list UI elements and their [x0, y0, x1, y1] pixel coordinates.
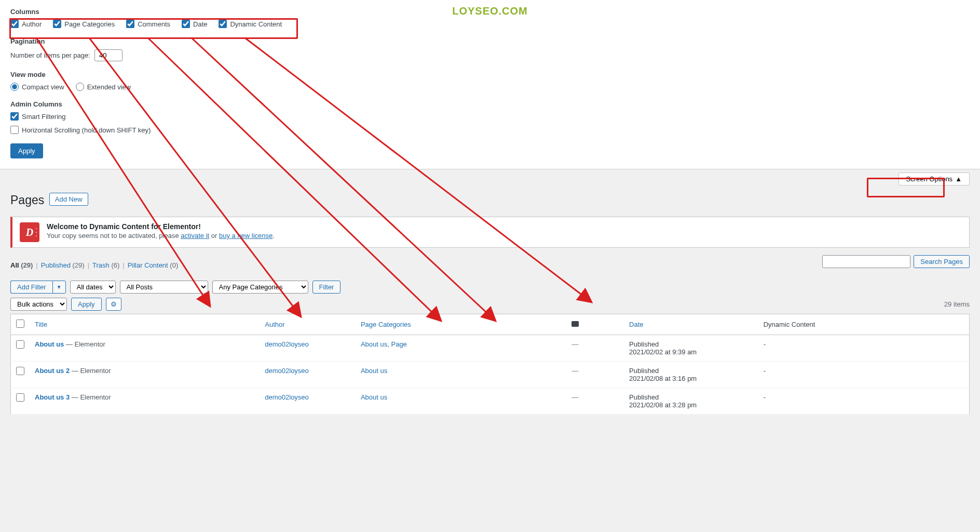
- page-title-link[interactable]: About us: [35, 340, 64, 348]
- radio-compact[interactable]: [10, 83, 19, 91]
- admin-columns-legend: Admin Columns: [10, 100, 62, 108]
- date-status: Published: [629, 340, 753, 348]
- bulk-apply-button[interactable]: Apply: [71, 298, 102, 311]
- date-value: 2021/02/02 at 9:39 am: [629, 348, 697, 356]
- screen-meta-links: Screen Options ▲: [0, 169, 980, 189]
- page-title-link[interactable]: About us 2: [35, 367, 70, 375]
- smart-filtering-check[interactable]: Smart Filtering: [10, 112, 970, 121]
- search-box: Search Pages: [822, 255, 970, 268]
- view-compact[interactable]: Compact view: [10, 83, 64, 91]
- row-checkbox[interactable]: [16, 340, 24, 349]
- buy-license-link[interactable]: buy a new license: [219, 232, 273, 240]
- column-settings-button[interactable]: ⚙: [106, 298, 121, 311]
- filter-all[interactable]: All (29): [10, 261, 33, 269]
- page-title-link[interactable]: About us 3: [35, 393, 70, 401]
- header-categories[interactable]: Page Categories: [361, 321, 411, 328]
- pagination-fieldset: Pagination Number of items per page:: [10, 37, 970, 61]
- title-suffix: — Elementor: [64, 340, 105, 348]
- status-filter-links: All (29) Published (29) Trash (6) Pillar…: [10, 261, 184, 269]
- per-page-label: Number of items per page:: [10, 51, 90, 59]
- notice-message: Your copy seems not to be activated, ple…: [47, 232, 275, 240]
- table-row: About us — Elementordemo02loyseoAbout us…: [11, 335, 970, 362]
- checkbox-smart-filtering[interactable]: [10, 112, 19, 121]
- screen-options-panel: Columns Author Page Categories Comments …: [0, 0, 980, 169]
- checkbox-dynamic-content[interactable]: [219, 20, 227, 28]
- columns-legend: Columns: [10, 8, 39, 16]
- add-filter-group: Add Filter ▼: [10, 281, 66, 294]
- title-suffix: — Elementor: [70, 393, 111, 401]
- row-checkbox[interactable]: [16, 367, 24, 375]
- view-mode-legend: View mode: [10, 71, 46, 78]
- radio-extended[interactable]: [76, 83, 84, 91]
- column-check-comments[interactable]: Comments: [126, 20, 170, 28]
- comments-dash: —: [571, 340, 578, 348]
- add-filter-dropdown-button[interactable]: ▼: [52, 281, 66, 294]
- header-author[interactable]: Author: [265, 321, 284, 328]
- column-check-author[interactable]: Author: [10, 20, 42, 28]
- main-wrap: Pages Add New D Welcome to Dynamic Conte…: [0, 189, 980, 415]
- checkbox-horiz-scroll[interactable]: [10, 126, 19, 134]
- checkbox-author[interactable]: [10, 20, 19, 28]
- comments-dash: —: [571, 393, 578, 401]
- chevron-up-icon: ▲: [955, 175, 962, 183]
- author-link[interactable]: demo02loyseo: [265, 340, 309, 348]
- bulk-actions-select[interactable]: Bulk actions: [10, 298, 67, 311]
- view-extended[interactable]: Extended view: [76, 83, 131, 91]
- header-title[interactable]: Title: [35, 321, 47, 328]
- view-mode-fieldset: View mode Compact view Extended view: [10, 71, 970, 91]
- categories-link[interactable]: About us, Page: [361, 340, 407, 348]
- date-filter-select[interactable]: All dates: [70, 281, 116, 294]
- filter-button[interactable]: Filter: [312, 281, 341, 294]
- filter-trash[interactable]: Trash (6): [92, 261, 119, 269]
- row-checkbox[interactable]: [16, 393, 24, 402]
- header-dynamic: Dynamic Content: [764, 321, 815, 328]
- column-check-date[interactable]: Date: [182, 20, 207, 28]
- date-value: 2021/02/08 at 3:28 pm: [629, 401, 697, 409]
- admin-columns-fieldset: Admin Columns Smart Filtering Horizontal…: [10, 100, 970, 134]
- search-input[interactable]: [822, 255, 910, 268]
- categories-link[interactable]: About us: [361, 367, 387, 375]
- columns-checkbox-row: Author Page Categories Comments Date Dyn…: [10, 20, 970, 28]
- date-status: Published: [629, 393, 753, 401]
- apply-screen-options-button[interactable]: Apply: [10, 143, 43, 158]
- column-check-dynamic-content[interactable]: Dynamic Content: [219, 20, 282, 28]
- notice-title: Welcome to Dynamic Content for Elementor…: [47, 222, 201, 231]
- filter-published[interactable]: Published (29): [41, 261, 85, 269]
- pages-table: Title Author Page Categories Date Dynami…: [10, 314, 970, 415]
- checkbox-comments[interactable]: [126, 20, 134, 28]
- tablenav-bulk: Bulk actions Apply ⚙ 29 items: [10, 298, 970, 311]
- checkbox-date[interactable]: [182, 20, 190, 28]
- date-status: Published: [629, 367, 753, 375]
- watermark: LOYSEO.COM: [452, 5, 528, 17]
- date-value: 2021/02/08 at 3:16 pm: [629, 375, 697, 382]
- per-page-input[interactable]: [94, 49, 122, 61]
- header-date[interactable]: Date: [629, 321, 643, 328]
- items-count: 29 items: [944, 300, 970, 308]
- search-pages-button[interactable]: Search Pages: [914, 255, 970, 268]
- column-check-page-categories[interactable]: Page Categories: [53, 20, 115, 28]
- filter-pillar-content[interactable]: Pillar Content (0): [128, 261, 179, 269]
- author-link[interactable]: demo02loyseo: [265, 367, 309, 375]
- dynamic-value: -: [764, 367, 766, 375]
- page-title: Pages: [10, 193, 44, 207]
- dynamic-value: -: [764, 393, 766, 401]
- category-filter-select[interactable]: Any Page Categories: [212, 281, 308, 294]
- categories-link[interactable]: About us: [361, 393, 387, 401]
- activate-link[interactable]: activate it: [181, 232, 209, 240]
- comments-icon: [571, 321, 579, 327]
- comments-dash: —: [571, 367, 578, 375]
- tablenav-top: Add Filter ▼ All dates All Posts Any Pag…: [10, 281, 970, 294]
- gear-icon: ⚙: [111, 300, 117, 308]
- author-link[interactable]: demo02loyseo: [265, 393, 309, 401]
- horiz-scroll-check[interactable]: Horizontal Scrolling (hold down SHIFT ke…: [10, 126, 970, 134]
- title-suffix: — Elementor: [70, 367, 111, 375]
- select-all-checkbox[interactable]: [16, 320, 24, 328]
- dynamic-value: -: [764, 340, 766, 348]
- dce-logo-icon: D: [20, 222, 39, 242]
- posts-filter-select[interactable]: All Posts: [120, 281, 208, 294]
- checkbox-page-categories[interactable]: [53, 20, 61, 28]
- activation-notice: D Welcome to Dynamic Content for Element…: [10, 217, 970, 248]
- screen-options-toggle[interactable]: Screen Options ▲: [899, 172, 970, 185]
- add-new-button[interactable]: Add New: [49, 193, 88, 206]
- add-filter-button[interactable]: Add Filter: [10, 281, 52, 294]
